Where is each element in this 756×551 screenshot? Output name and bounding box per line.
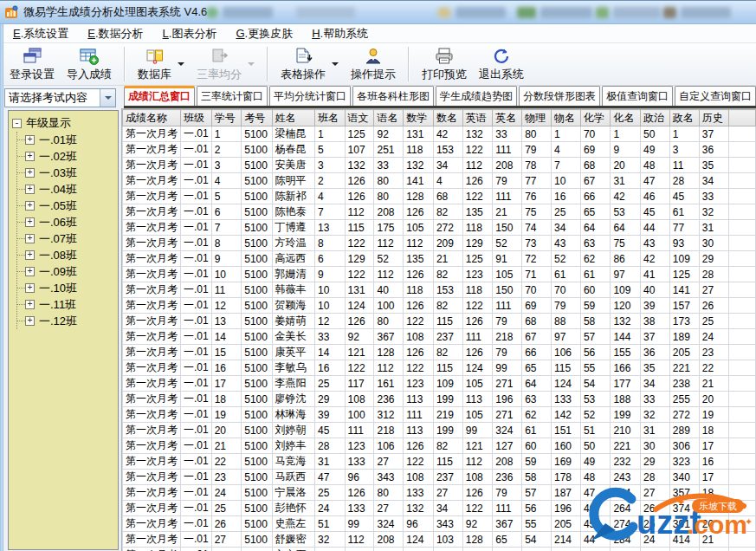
- column-header[interactable]: 数名: [433, 110, 462, 126]
- tab[interactable]: 极值查询窗口: [602, 86, 673, 106]
- table-row[interactable]: 第一次月考一.0145100陈明平21268014141267977106731…: [123, 173, 756, 189]
- column-header[interactable]: 数学: [404, 110, 434, 126]
- chevron-down-icon[interactable]: [332, 62, 339, 69]
- tree-item-class[interactable]: + 一.03班: [17, 165, 116, 181]
- tree-item-label[interactable]: 一.12班: [39, 314, 77, 329]
- tree-item-class[interactable]: + 一.08班: [17, 247, 116, 263]
- column-header[interactable]: 英名: [493, 110, 522, 126]
- expand-plus-icon[interactable]: +: [25, 217, 35, 227]
- table-row[interactable]: 第一次月考一.01255100彭艳怀2413327132341221115619…: [123, 501, 756, 516]
- column-header[interactable]: 班级: [181, 110, 212, 126]
- tree-item-class[interactable]: + 一.02班: [17, 148, 116, 165]
- table-row[interactable]: 第一次月考一.01185100廖铮沈2910823611319911319663…: [123, 392, 756, 407]
- table-row[interactable]: 第一次月考一.0115100梁楠昆11259213142132338017015…: [123, 126, 756, 142]
- combo-dropdown-button[interactable]: [100, 89, 115, 107]
- expand-plus-icon[interactable]: +: [25, 152, 35, 161]
- expand-plus-icon[interactable]: +: [25, 316, 35, 326]
- column-header[interactable]: 政治: [641, 110, 670, 126]
- expand-plus-icon[interactable]: +: [25, 283, 35, 293]
- table-row[interactable]: 第一次月考一.01235100马跃西4796343108237108236581…: [123, 470, 756, 485]
- chevron-down-icon[interactable]: [178, 62, 184, 69]
- table-row[interactable]: 第一次月考一.01205100刘婷朝4511121811319999324611…: [123, 423, 756, 438]
- column-header[interactable]: 物理: [522, 110, 552, 126]
- table-row[interactable]: 第一次月考一.0185100方玲温81221121122091295273436…: [123, 236, 756, 251]
- column-header[interactable]: 学号: [211, 110, 242, 126]
- tree-item-label[interactable]: 一.08班: [39, 248, 77, 263]
- column-header[interactable]: 化名: [611, 110, 641, 126]
- column-header[interactable]: 历史: [699, 110, 729, 126]
- tree-item-class[interactable]: + 一.01班: [17, 132, 116, 148]
- tab[interactable]: 学生成绩趋势图: [436, 86, 517, 106]
- tab[interactable]: 各班各科柱形图: [352, 86, 434, 106]
- tree-item-class[interactable]: + 一.05班: [17, 198, 116, 214]
- column-header[interactable]: 考号: [242, 110, 272, 126]
- column-header[interactable]: [729, 110, 756, 126]
- tab[interactable]: 三率统计窗口: [197, 86, 268, 106]
- column-header[interactable]: 英语: [462, 110, 493, 126]
- print-preview-button[interactable]: 打印预览: [417, 45, 472, 83]
- table-row[interactable]: 第一次月考一.0155100陈新祁41268012868122111761666…: [123, 189, 756, 204]
- table-row[interactable]: 第一次月考一.01175100李燕阳2511716112310910527164…: [123, 376, 756, 392]
- menu-item[interactable]: E.数据分析: [78, 24, 152, 43]
- table-row[interactable]: 第一次月考一.01195100林琳海3910031211121910527162…: [123, 407, 756, 423]
- table-row[interactable]: 第一次月考一.01285100宁京石4310823613311511319653…: [123, 548, 756, 551]
- table-row[interactable]: 第一次月考一.01115100韩薇丰1013140118153118150707…: [123, 282, 756, 298]
- tree-item-label[interactable]: 一.05班: [39, 198, 77, 214]
- tree-item-label[interactable]: 一.11班: [39, 297, 76, 313]
- tree-root-label[interactable]: 年级显示: [26, 115, 71, 131]
- expand-plus-icon[interactable]: +: [25, 267, 35, 276]
- tab[interactable]: 分数段饼形图表: [519, 86, 600, 106]
- column-header[interactable]: 姓名: [272, 110, 314, 126]
- tree-item-label[interactable]: 一.06班: [39, 215, 77, 230]
- tree-root-grade[interactable]: - 年级显示: [12, 114, 116, 132]
- exit-system-button[interactable]: 退出系统: [474, 45, 529, 83]
- menu-item[interactable]: E.系统设置: [3, 24, 78, 43]
- expand-plus-icon[interactable]: +: [25, 168, 35, 178]
- tree-item-label[interactable]: 一.10班: [39, 281, 77, 296]
- table-row[interactable]: 第一次月考一.0165100陈艳泰71122081268213521752565…: [123, 204, 756, 220]
- tree-item-label[interactable]: 一.07班: [39, 231, 77, 247]
- tab[interactable]: 平均分统计窗口: [269, 86, 351, 106]
- tree-item-class[interactable]: + 一.11班: [17, 296, 116, 313]
- table-row[interactable]: 第一次月考一.01265100史燕左5199324963439236755205…: [123, 516, 756, 532]
- tree-item-label[interactable]: 一.03班: [39, 165, 77, 181]
- table-row[interactable]: 第一次月考一.0135100安美唐31323313234112208787682…: [123, 158, 756, 173]
- table-row[interactable]: 第一次月考一.01245100宁晨洛2512680133271267957187…: [123, 485, 756, 501]
- column-header[interactable]: 政名: [669, 110, 699, 126]
- table-row[interactable]: 第一次月考一.01275100舒媛密3211220812410312865542…: [123, 532, 756, 548]
- expand-plus-icon[interactable]: +: [25, 201, 35, 211]
- table-row[interactable]: 第一次月考一.01145100金美长3392367108237111218679…: [123, 329, 756, 345]
- column-header[interactable]: 语文: [345, 110, 374, 126]
- table-row[interactable]: 第一次月考一.0195100高远西61295213521125917252628…: [123, 251, 756, 267]
- tree-item-label[interactable]: 一.04班: [39, 182, 77, 198]
- expand-plus-icon[interactable]: +: [25, 300, 35, 309]
- column-header[interactable]: 语名: [374, 110, 404, 126]
- column-header[interactable]: 成绩名称: [123, 110, 181, 126]
- table-row[interactable]: 第一次月考一.0175100丁博遵13115175105272118150743…: [123, 220, 756, 236]
- tree-item-label[interactable]: 一.01班: [39, 133, 77, 148]
- expand-plus-icon[interactable]: +: [25, 185, 35, 194]
- tab[interactable]: 自定义查询窗口: [675, 86, 756, 106]
- menu-item[interactable]: H.帮助系统: [302, 24, 378, 43]
- tree-item-class[interactable]: + 一.06班: [17, 214, 116, 230]
- table-row[interactable]: 第一次月考一.01215100刘婷丰2812310612682121127601…: [123, 438, 756, 454]
- menu-item[interactable]: L.图表分析: [153, 24, 227, 43]
- table-operations-button[interactable]: 表格操作: [275, 45, 344, 83]
- table-row[interactable]: 第一次月考一.0125100杨春昆51072511181531221117946…: [123, 142, 756, 158]
- tree-item-class[interactable]: + 一.09班: [17, 263, 116, 280]
- column-header[interactable]: 班名: [315, 110, 346, 126]
- table-row[interactable]: 第一次月考一.01165100李敏乌1612211212211512499651…: [123, 360, 756, 376]
- collapse-minus-icon[interactable]: -: [12, 119, 22, 128]
- tab[interactable]: 成绩汇总窗口: [124, 86, 195, 106]
- exam-select[interactable]: 请选择考试内容: [4, 88, 116, 107]
- login-settings-button[interactable]: 登录设置: [4, 45, 60, 83]
- operation-tips-button[interactable]: 操作提示: [346, 45, 401, 83]
- table-row[interactable]: 第一次月考一.01155100康英平1412112812682126796610…: [123, 345, 756, 360]
- import-scores-button[interactable]: 导入成绩: [61, 45, 117, 83]
- column-header[interactable]: 化学: [580, 110, 611, 126]
- table-row[interactable]: 第一次月考一.01225100马竞海3113327122115112208591…: [123, 454, 756, 470]
- tree-item-class[interactable]: + 一.12班: [17, 313, 116, 329]
- table-row[interactable]: 第一次月考一.01125100贺颖海1012410012682122111697…: [123, 298, 756, 314]
- tree-item-label[interactable]: 一.09班: [39, 264, 77, 280]
- column-header[interactable]: 物名: [552, 110, 581, 126]
